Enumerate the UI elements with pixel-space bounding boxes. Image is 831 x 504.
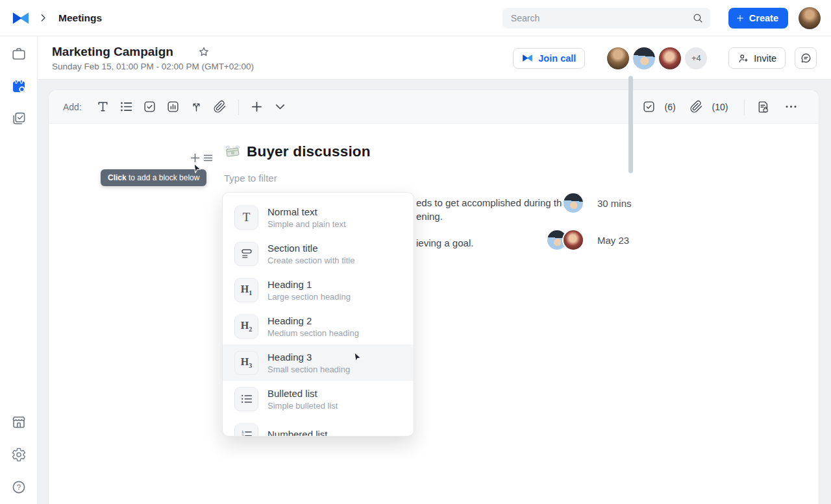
add-paperclip-button[interactable] xyxy=(213,100,227,114)
toolbar-chevron-down-button[interactable] xyxy=(273,100,287,114)
storefront-icon xyxy=(11,414,27,430)
search-box xyxy=(502,8,710,29)
sidebar-item-meetings[interactable] xyxy=(11,78,27,94)
add-block-button[interactable] xyxy=(189,152,201,164)
block-menu-item-icon-box xyxy=(234,242,258,266)
add-poll-button[interactable] xyxy=(166,100,180,114)
block-menu-item[interactable]: H1 Heading 1 Large section heading xyxy=(223,272,414,308)
block-menu-item[interactable]: H2 Heading 2 Medium section heading xyxy=(223,308,414,344)
search-input[interactable] xyxy=(502,8,710,29)
block-menu-item[interactable]: 12 Numbered list xyxy=(223,417,414,437)
bullet-list-icon xyxy=(119,100,133,114)
block-menu-item-description: Medium section heading xyxy=(267,328,359,338)
agenda-row-text: eds to get accomplished during theening. xyxy=(416,196,567,223)
block-menu-item-title: Section title xyxy=(267,243,354,254)
section-title-icon xyxy=(240,247,253,260)
block-menu-scrollbar[interactable] xyxy=(628,76,633,173)
block-menu-item-title: Heading 3 xyxy=(267,352,350,363)
sidebar-top-group xyxy=(11,46,27,126)
attachments-count: (10) xyxy=(712,102,728,112)
calendar-icon xyxy=(11,78,27,94)
tooltip: Click to add a block below xyxy=(101,169,206,186)
search-icon[interactable] xyxy=(692,12,704,24)
participant-avatar[interactable] xyxy=(659,47,681,69)
agenda-assignee-avatar[interactable] xyxy=(564,230,583,250)
drag-handle-icon[interactable] xyxy=(202,152,214,164)
app-logo-icon[interactable] xyxy=(12,11,30,25)
sidebar-item-tasks[interactable] xyxy=(11,111,27,126)
user-avatar[interactable] xyxy=(799,7,821,29)
sidebar-item-workspace[interactable] xyxy=(11,46,27,62)
checkbox-icon xyxy=(642,100,656,114)
todos-button[interactable] xyxy=(642,100,656,114)
block-menu-item-icon-box: T xyxy=(234,206,258,230)
agenda-text-fragment: ening. xyxy=(416,210,567,223)
sidebar-item-help[interactable]: ? xyxy=(11,479,27,495)
attachments-button[interactable] xyxy=(689,100,703,114)
invite-button[interactable]: Invite xyxy=(728,47,786,69)
toolbar-more-button[interactable] xyxy=(784,100,798,114)
sidebar-bottom-group: ? xyxy=(11,414,27,495)
meeting-header: Marketing Campaign Sunday Feb 15, 01:00 … xyxy=(38,37,831,80)
participants-overflow-badge[interactable]: +4 xyxy=(685,47,707,69)
block-menu-item-description: Simple and plain text xyxy=(267,219,346,229)
block-menu-item-title: Heading 2 xyxy=(267,315,359,326)
chat-button[interactable] xyxy=(795,47,817,69)
tasks-check-icon xyxy=(11,111,27,126)
bulleted-list-icon xyxy=(240,392,253,405)
add-text-button[interactable] xyxy=(96,100,110,114)
participant-avatar[interactable] xyxy=(607,47,629,69)
app-logo-icon xyxy=(522,54,533,62)
add-label: Add: xyxy=(63,102,82,112)
agenda-row-avatars xyxy=(547,230,583,250)
meeting-title: Marketing Campaign xyxy=(52,45,173,59)
create-button[interactable]: Create xyxy=(728,8,788,29)
star-icon[interactable] xyxy=(198,46,210,58)
ellipsis-icon xyxy=(784,100,798,114)
left-sidebar: ? xyxy=(0,37,38,504)
block-menu-item-title: Heading 1 xyxy=(267,279,351,290)
join-call-button[interactable]: Join call xyxy=(513,48,585,69)
normal-text-icon: T xyxy=(243,210,251,224)
block-menu-item-description: Simple bulleted list xyxy=(267,401,338,411)
numbered-list-icon: 12 xyxy=(240,429,253,437)
heading2-icon: H2 xyxy=(241,320,252,333)
block-menu-item[interactable]: H3 Heading 3 Small section heading xyxy=(223,344,414,381)
add-checkbox-button[interactable] xyxy=(143,100,156,114)
gear-icon xyxy=(11,447,27,462)
chevron-down-icon xyxy=(273,100,287,114)
meeting-more-icon[interactable] xyxy=(180,46,192,58)
add-branch-button[interactable] xyxy=(190,100,203,114)
agenda-text-fragment: ieving a goal. xyxy=(416,236,473,250)
toolbar-plus-button[interactable] xyxy=(250,100,264,114)
breadcrumb: Meetings xyxy=(58,12,102,24)
notes-card: Add: (6) (10) xyxy=(48,90,819,504)
agenda-row-meta: May 23 xyxy=(597,235,629,246)
briefcase-icon xyxy=(11,46,27,62)
note-heading[interactable]: Buyer discussion xyxy=(224,143,371,160)
branch-icon xyxy=(190,100,203,114)
paperclip-icon xyxy=(689,100,703,114)
agenda-row-text: ieving a goal. xyxy=(416,236,473,250)
chat-bubble-icon xyxy=(800,52,812,64)
block-menu-item[interactable]: Section title Create section with title xyxy=(223,235,414,272)
block-menu-item[interactable]: Bulleted list Simple bulleted list xyxy=(223,381,414,417)
block-menu-item-icon-box: H2 xyxy=(234,315,258,339)
svg-text:?: ? xyxy=(16,483,20,491)
agenda-row-meta: 30 mins xyxy=(597,198,632,209)
add-bullet-list-button[interactable] xyxy=(119,100,133,114)
sidebar-item-settings[interactable] xyxy=(11,447,27,462)
agenda-assignee-avatar[interactable] xyxy=(564,193,583,213)
meeting-datetime: Sunday Feb 15, 01:00 PM - 02:00 PM (GMT+… xyxy=(52,62,254,71)
breadcrumb-chevron-icon[interactable] xyxy=(38,13,48,23)
filter-placeholder[interactable]: Type to filter xyxy=(224,173,277,184)
agenda-text-fragment: eds to get accomplished during the xyxy=(416,196,567,210)
block-menu-item-icon-box: H3 xyxy=(234,351,258,375)
block-menu-item[interactable]: T Normal text Simple and plain text xyxy=(223,199,414,235)
note-heading-text: Buyer discussion xyxy=(247,143,371,160)
block-menu-item-icon-box xyxy=(234,387,258,411)
sidebar-item-apps[interactable] xyxy=(11,414,27,430)
private-notes-button[interactable] xyxy=(756,100,770,114)
participant-avatar[interactable] xyxy=(633,47,655,69)
block-menu-item-description: Large section heading xyxy=(267,292,351,302)
